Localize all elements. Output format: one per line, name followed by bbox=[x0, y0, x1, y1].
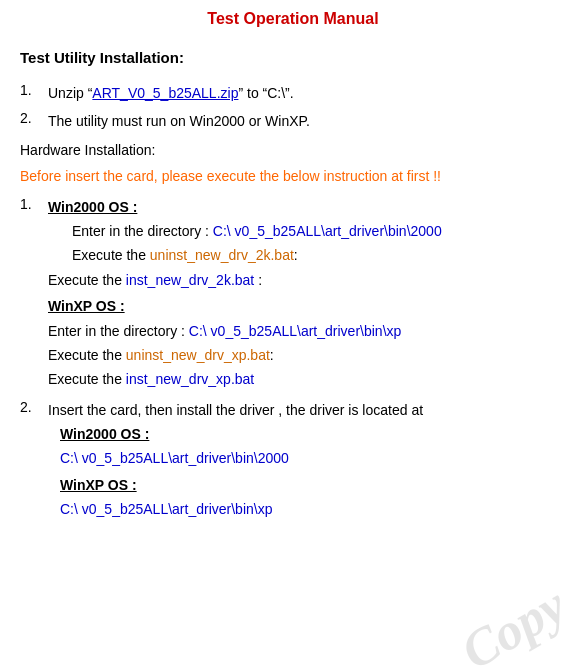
inst-text-before: Execute the bbox=[48, 272, 126, 288]
xp-uninst-after: : bbox=[270, 347, 274, 363]
unzip-text-before: Unzip “ bbox=[48, 85, 92, 101]
list-item-1: 1. Unzip “ART_V0_5_b25ALL.zip” to “C:\”. bbox=[20, 82, 566, 104]
inst-xp-link: inst_new_drv_xp.bat bbox=[126, 371, 254, 387]
zip-link[interactable]: ART_V0_5_b25ALL.zip bbox=[92, 85, 238, 101]
utility-heading: Test Utility Installation: bbox=[20, 46, 566, 70]
uninst-xp-link[interactable]: uninst_new_drv_xp.bat bbox=[126, 347, 270, 363]
page-title: Test Operation Manual bbox=[20, 10, 566, 28]
list-item-2: 2. The utility must run on Win2000 or Wi… bbox=[20, 110, 566, 132]
xp-dir-before: Enter in the directory : bbox=[48, 323, 189, 339]
hw-num-2: 2. bbox=[20, 399, 48, 523]
item2-win2000-title: Win2000 OS : bbox=[60, 423, 566, 445]
list-num-1: 1. bbox=[20, 82, 48, 104]
hardware-item-2: 2. Insert the card, then install the dri… bbox=[20, 399, 566, 523]
winxp-inst-line: Execute the inst_new_drv_xp.bat bbox=[48, 368, 566, 390]
hw-item-1-content: Win2000 OS : Enter in the directory : C:… bbox=[48, 196, 566, 393]
winxp-title: WinXP OS : bbox=[48, 295, 566, 317]
xp-inst-before: Execute the bbox=[48, 371, 126, 387]
watermark: Copy bbox=[451, 575, 576, 666]
item2-win2000-path: C:\ v0_5_b25ALL\art_driver\bin\2000 bbox=[60, 447, 566, 469]
uninst-text-after: : bbox=[294, 247, 298, 263]
list-item-1-content: Unzip “ART_V0_5_b25ALL.zip” to “C:\”. bbox=[48, 82, 566, 104]
win2000-inst-line: Execute the inst_new_drv_2k.bat : bbox=[48, 269, 566, 291]
xp-uninst-before: Execute the bbox=[48, 347, 126, 363]
insert-card-text: Insert the card, then install the driver… bbox=[48, 399, 566, 421]
win2000-path: C:\ v0_5_b25ALL\art_driver\bin\2000 bbox=[213, 223, 442, 239]
winxp-dir-line: Enter in the directory : C:\ v0_5_b25ALL… bbox=[48, 320, 566, 342]
item2-sub2: WinXP OS : C:\ v0_5_b25ALL\art_driver\bi… bbox=[48, 474, 566, 521]
warning-text: Before insert the card, please execute t… bbox=[20, 165, 566, 187]
item2-winxp-path: C:\ v0_5_b25ALL\art_driver\bin\xp bbox=[60, 498, 566, 520]
utility-list: 1. Unzip “ART_V0_5_b25ALL.zip” to “C:\”.… bbox=[20, 82, 566, 133]
dir-text-before: Enter in the directory : bbox=[72, 223, 213, 239]
uninst-text-before: Execute the bbox=[72, 247, 150, 263]
item2-sub1: Win2000 OS : C:\ v0_5_b25ALL\art_driver\… bbox=[48, 423, 566, 470]
hw-item-2-content: Insert the card, then install the driver… bbox=[48, 399, 566, 523]
winxp-path: C:\ v0_5_b25ALL\art_driver\bin\xp bbox=[189, 323, 401, 339]
list-num-2: 2. bbox=[20, 110, 48, 132]
uninst-2k-link[interactable]: uninst_new_drv_2k.bat bbox=[150, 247, 294, 263]
list-item-2-content: The utility must run on Win2000 or WinXP… bbox=[48, 110, 566, 132]
inst-2k-link: inst_new_drv_2k.bat bbox=[126, 272, 254, 288]
win2000-dir-line: Enter in the directory : C:\ v0_5_b25ALL… bbox=[48, 220, 566, 242]
hardware-heading: Hardware Installation: bbox=[20, 139, 566, 161]
hardware-item-1: 1. Win2000 OS : Enter in the directory :… bbox=[20, 196, 566, 393]
hardware-section: Hardware Installation: Before insert the… bbox=[20, 139, 566, 523]
section-utility-installation: Test Utility Installation: 1. Unzip “ART… bbox=[20, 46, 566, 133]
win2000-title: Win2000 OS : bbox=[48, 196, 566, 218]
winxp-uninst-line: Execute the uninst_new_drv_xp.bat: bbox=[48, 344, 566, 366]
unzip-text-after: ” to “C:\”. bbox=[238, 85, 293, 101]
inst-text-after: : bbox=[254, 272, 262, 288]
hw-num-1: 1. bbox=[20, 196, 48, 393]
item2-winxp-title: WinXP OS : bbox=[60, 474, 566, 496]
win2000-uninst-line: Execute the uninst_new_drv_2k.bat: bbox=[48, 244, 566, 266]
